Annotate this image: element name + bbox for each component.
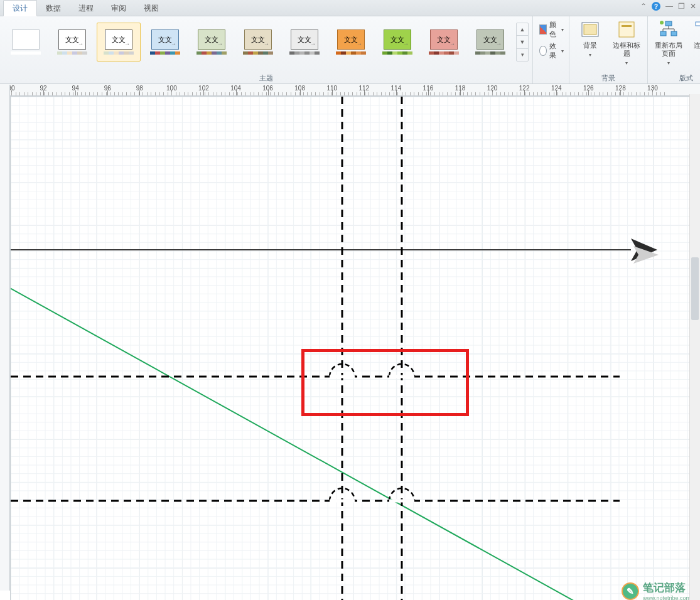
theme-item-10[interactable]: 文文→ <box>468 23 512 62</box>
theme-swatches <box>243 51 273 55</box>
background-group-label: 背景 <box>573 72 643 83</box>
ruler-vertical <box>0 85 10 591</box>
menu-tabs: 设计 数据 进程 审阅 视图 ⌃ ? — ❐ ✕ <box>0 0 700 16</box>
svg-rect-4 <box>665 21 672 26</box>
theme-item-9[interactable]: 文文→ <box>422 23 466 62</box>
effects-icon <box>539 46 547 56</box>
theme-preview: 文文→ <box>198 29 225 50</box>
theme-item-3[interactable]: 文文→ <box>143 23 187 62</box>
theme-swatches <box>475 51 505 55</box>
gallery-up-icon[interactable]: ▲ <box>517 23 528 36</box>
window-controls: ⌃ ? — ❐ ✕ <box>640 2 696 11</box>
arrow-mini-icon: → <box>264 41 269 47</box>
theme-preview <box>12 29 40 50</box>
theme-preview: 文文→ <box>337 29 365 50</box>
relayout-label: 重新布局页面 <box>652 41 686 58</box>
scrollbar-thumb[interactable] <box>691 257 699 320</box>
dropdown-icon: ▾ <box>667 59 670 67</box>
arrow-mini-icon: → <box>310 41 316 47</box>
help-icon[interactable]: ? <box>652 2 660 11</box>
theme-preview: 文文→ <box>151 29 179 50</box>
arrow-mini-icon: → <box>217 41 223 47</box>
watermark-text: 笔记部落 <box>643 581 691 595</box>
svg-rect-6 <box>671 31 677 36</box>
svg-rect-5 <box>660 31 666 36</box>
relayout-button[interactable]: 重新布局页面 ▾ <box>652 19 686 67</box>
border-title-label: 边框和标题 <box>610 41 643 58</box>
connectors-button[interactable]: 连接线 ▾ <box>687 19 700 67</box>
dropdown-icon: ▾ <box>589 51 591 59</box>
theme-preview: 文文→ <box>384 29 411 50</box>
connectors-icon <box>693 19 700 40</box>
theme-swatches <box>289 51 320 55</box>
relayout-icon <box>658 19 679 40</box>
ribbon-collapse-icon[interactable]: ⌃ <box>640 2 647 11</box>
theme-preview: 文文→ <box>244 29 272 50</box>
arrow-mini-icon: → <box>403 41 409 47</box>
gallery-scroll[interactable]: ▲▼▾ <box>516 23 529 62</box>
theme-swatches <box>11 51 41 55</box>
theme-preview: 文文→ <box>430 29 458 50</box>
theme-item-5[interactable]: 文文→ <box>236 23 280 62</box>
theme-item-2[interactable]: 文文→ <box>97 23 141 62</box>
theme-item-6[interactable]: 文文→ <box>283 23 326 62</box>
tab-view[interactable]: 视图 <box>135 1 168 16</box>
theme-preview: 文文→ <box>58 29 86 50</box>
ruler-horizontal: 9092949698100102104106108110112114116118… <box>0 84 700 96</box>
theme-item-8[interactable]: 文文→ <box>375 23 419 62</box>
tab-data[interactable]: 数据 <box>37 1 70 16</box>
layout-group-label: 版式 <box>652 72 700 83</box>
svg-rect-1 <box>584 24 596 35</box>
theme-swatches <box>104 51 134 55</box>
theme-preview: 文文→ <box>291 29 318 50</box>
watermark-sub: www.notetribe.com <box>643 595 691 600</box>
themes-group-label: 主题 <box>4 72 529 83</box>
svg-rect-8 <box>696 22 700 26</box>
effects-dropdown[interactable]: 效果 ▾ <box>539 41 564 60</box>
color-label: 颜色 <box>549 20 559 39</box>
tab-review[interactable]: 审阅 <box>102 1 135 16</box>
effects-label: 效果 <box>549 41 559 60</box>
ribbon-group-color-effects: 颜色 ▾ 效果 ▾ <box>533 16 569 83</box>
arrow-mini-icon: → <box>496 41 502 47</box>
theme-swatches <box>150 51 180 55</box>
tab-design[interactable]: 设计 <box>3 0 37 16</box>
theme-gallery: 文文→文文→文文→文文→文文→文文→文文→文文→文文→文文→▲▼▾ <box>4 19 529 65</box>
theme-item-1[interactable]: 文文→ <box>50 23 94 62</box>
border-title-button[interactable]: 边框和标题 ▾ <box>610 19 643 67</box>
minimize-icon[interactable]: — <box>665 2 673 11</box>
background-icon <box>579 19 601 40</box>
close-icon[interactable]: ✕ <box>690 2 696 11</box>
theme-swatches <box>429 51 459 55</box>
highlight-rectangle <box>301 349 469 416</box>
gallery-more-icon[interactable]: ▾ <box>517 49 528 61</box>
watermark: ✎ 笔记部落 www.notetribe.com <box>622 581 691 600</box>
gallery-down-icon[interactable]: ▼ <box>517 36 528 48</box>
arrow-mini-icon: → <box>357 41 362 47</box>
tab-process[interactable]: 进程 <box>70 1 102 16</box>
restore-icon[interactable]: ❐ <box>678 2 685 11</box>
theme-swatches <box>382 51 412 55</box>
color-dropdown[interactable]: 颜色 ▾ <box>539 20 564 39</box>
background-button[interactable]: 背景 ▾ <box>573 19 607 67</box>
theme-item-0[interactable] <box>4 23 48 62</box>
color-swatch-icon <box>539 24 547 35</box>
svg-rect-2 <box>619 22 634 37</box>
theme-item-7[interactable]: 文文→ <box>329 23 373 62</box>
scrollbar-vertical[interactable] <box>689 94 700 600</box>
drawing-layer <box>11 97 691 600</box>
ribbon-group-background: 背景 ▾ 边框和标题 ▾ 背景 <box>569 16 648 83</box>
theme-swatches <box>57 51 87 55</box>
dropdown-icon: ▾ <box>561 27 564 33</box>
arrow-mini-icon: → <box>171 41 176 47</box>
arrow-mini-icon: → <box>450 41 455 47</box>
theme-preview: 文文→ <box>477 29 504 50</box>
svg-rect-3 <box>622 25 632 27</box>
watermark-icon: ✎ <box>622 582 639 600</box>
border-title-icon <box>616 19 637 40</box>
dropdown-icon: ▾ <box>561 48 564 54</box>
connectors-label: 连接线 <box>694 41 701 50</box>
canvas[interactable]: ✎ 笔记部落 www.notetribe.com <box>10 96 691 600</box>
theme-swatches <box>336 51 366 55</box>
theme-item-4[interactable]: 文文→ <box>190 23 234 62</box>
